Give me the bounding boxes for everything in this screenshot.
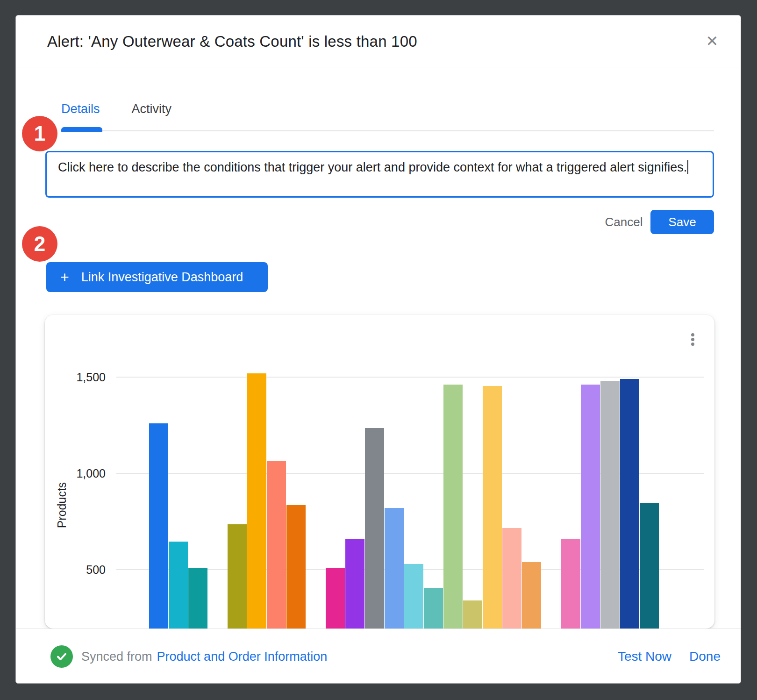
tab-details[interactable]: Details: [61, 100, 100, 117]
bar[interactable]: [424, 588, 443, 629]
bar[interactable]: [365, 428, 384, 629]
y-axis-label: Products: [55, 482, 69, 529]
bar[interactable]: [169, 542, 188, 629]
dialog-footer: Synced from Product and Order Informatio…: [16, 629, 741, 684]
bar[interactable]: [483, 386, 502, 629]
bar[interactable]: [228, 524, 247, 629]
bar[interactable]: [581, 385, 600, 629]
footer-actions: Test Now Done: [618, 629, 721, 684]
bar[interactable]: [188, 568, 207, 629]
kebab-menu-icon[interactable]: [683, 329, 702, 350]
source-link[interactable]: Product and Order Information: [157, 650, 328, 664]
text-cursor: [687, 160, 688, 174]
cancel-button[interactable]: Cancel: [600, 210, 647, 234]
plus-icon: +: [60, 270, 69, 285]
bar[interactable]: [286, 505, 306, 629]
alert-dialog: Alert: 'Any Outerwear & Coats Count' is …: [15, 15, 741, 684]
bar[interactable]: [385, 508, 404, 629]
link-dashboard-label: Link Investigative Dashboard: [81, 270, 243, 285]
synced-from-label: Synced from: [81, 650, 152, 664]
tab-bar: Details Activity: [61, 100, 171, 117]
dialog-title: Alert: 'Any Outerwear & Coats Count' is …: [47, 15, 417, 67]
test-now-button[interactable]: Test Now: [618, 649, 671, 664]
save-button[interactable]: Save: [650, 210, 714, 234]
done-button[interactable]: Done: [689, 649, 721, 664]
header-divider: [16, 67, 741, 67]
alert-description-input[interactable]: Click here to describe the conditions th…: [45, 151, 714, 198]
bar[interactable]: [600, 381, 620, 629]
sync-status: Synced from Product and Order Informatio…: [50, 629, 327, 684]
tab-activity[interactable]: Activity: [132, 100, 172, 117]
step-badge-2: 2: [22, 226, 57, 262]
bar[interactable]: [267, 461, 286, 629]
y-tick-label: 1,500: [54, 371, 106, 384]
step-badge-1: 1: [22, 116, 57, 151]
bar[interactable]: [404, 564, 423, 629]
dialog-header: Alert: 'Any Outerwear & Coats Count' is …: [16, 15, 741, 67]
active-tab-indicator: [61, 127, 102, 132]
check-circle-icon: [50, 645, 73, 668]
bar[interactable]: [640, 503, 659, 629]
alert-description-text: Click here to describe the conditions th…: [58, 160, 687, 174]
y-tick-label: 1,000: [54, 467, 106, 480]
bar[interactable]: [620, 379, 639, 629]
bar[interactable]: [326, 568, 345, 629]
bar[interactable]: [502, 528, 521, 629]
chart-card: Products 5001,0001,500: [45, 315, 714, 629]
bar[interactable]: [247, 373, 266, 629]
bar[interactable]: [463, 600, 482, 629]
y-tick-label: 500: [54, 563, 106, 577]
bar[interactable]: [149, 423, 168, 629]
bar[interactable]: [522, 562, 541, 629]
bar[interactable]: [345, 539, 364, 629]
link-investigative-dashboard-button[interactable]: + Link Investigative Dashboard: [46, 262, 268, 292]
gridline: [116, 377, 704, 378]
close-icon[interactable]: ✕: [700, 29, 724, 53]
bar[interactable]: [561, 539, 580, 629]
bar[interactable]: [443, 385, 463, 629]
tab-divider: [61, 130, 714, 131]
